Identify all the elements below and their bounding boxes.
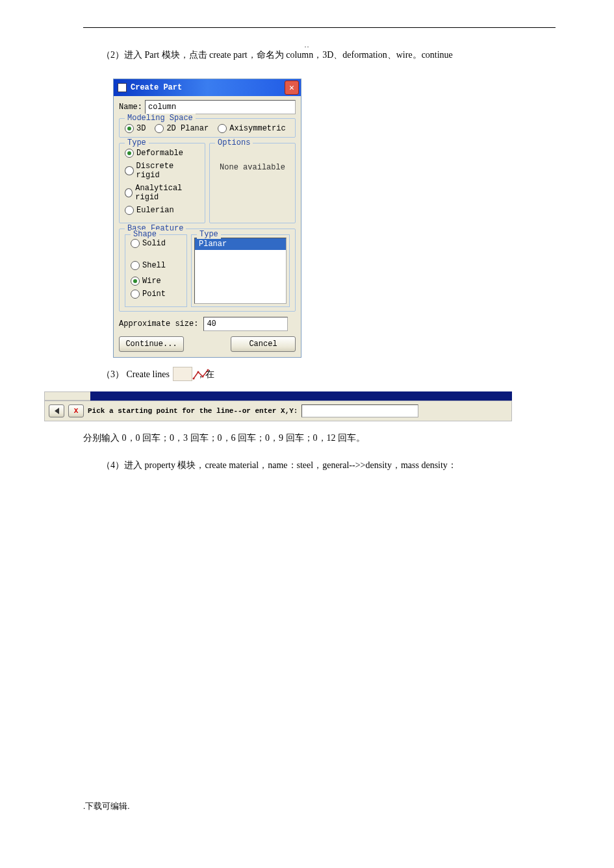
footer-editable: .下载可编辑. [83,800,130,812]
radio-dot-icon [125,206,134,215]
radio-dot-icon [125,149,134,158]
arrow-left-icon [55,408,59,414]
radio-shell[interactable]: Shell [131,261,166,270]
radio-dot-icon [125,124,134,133]
svg-point-0 [193,378,195,380]
name-label: Name: [119,103,142,112]
modeling-space-group: Modeling Space 3D 2D Planar Axisymmetric [119,118,296,138]
paragraph-4: （4）进入 property 模块，create material，name：s… [83,455,556,476]
paragraph-2: （2）进入 Part 模块，点击 create part，命名为 column，… [83,45,556,66]
dialog-titlebar[interactable]: Create Part ✕ [114,79,301,96]
cancel-x-button[interactable]: X [68,404,84,417]
header-dots: .. [305,40,310,50]
close-icon: ✕ [289,84,294,92]
radio-dot-icon [131,261,140,270]
paragraph-inputs: 分别输入 0，0 回车；0，3 回车；0，6 回车；0，9 回车；0，12 回车… [83,428,556,449]
xy-input[interactable] [301,404,418,417]
approx-size-label: Approximate size: [119,319,198,329]
bf-type-group: Type Planar [191,234,290,307]
create-part-dialog: Create Part ✕ Name: Modeling Space 3D [113,79,301,358]
radio-wire-label: Wire [142,277,161,286]
bf-type-legend: Type [197,230,221,239]
app-icon [118,83,127,92]
radio-deformable[interactable]: Deformable [125,149,199,158]
radio-analytical-rigid[interactable]: Analytical rigid [125,184,199,202]
radio-discrete-rigid[interactable]: Discrete rigid [125,162,199,180]
radio-dot-icon [125,188,133,197]
radio-deformable-label: Deformable [136,149,183,158]
continue-button[interactable]: Continue... [119,336,184,352]
approx-size-input[interactable] [203,317,288,331]
radio-3d-label: 3D [136,124,146,133]
radio-point-label: Point [142,290,166,299]
prompt-bar-wrap: X Pick a starting point for the line--or… [44,391,512,421]
radio-dot-icon [155,124,164,133]
radio-dot-icon [218,124,227,133]
modeling-space-legend: Modeling Space [125,114,196,123]
radio-axisymmetric[interactable]: Axisymmetric [218,124,285,133]
type-group: Type Deformable Discrete rigid Analytica… [119,143,205,223]
options-text: None available [215,149,290,172]
radio-axi-label: Axisymmetric [229,124,285,133]
radio-dot-icon [131,277,140,286]
back-button[interactable] [49,404,64,417]
radio-dot-icon [131,239,140,248]
base-feature-group: Base Feature Shape Solid Shell [119,229,296,312]
radio-solid[interactable]: Solid [131,239,181,248]
para3-before: （3） Create lines [101,369,172,379]
type-legend: Type [125,138,149,147]
bf-type-item-planar[interactable]: Planar [195,238,286,250]
radio-3d[interactable]: 3D [125,124,146,133]
radio-point[interactable]: Point [131,290,166,299]
radio-eulerian[interactable]: Eulerian [125,206,199,215]
header-rule [83,27,556,28]
paragraph-3: （3） Create lines ，在 [83,364,556,385]
radio-dot-icon [125,166,134,175]
prompt-spacer [44,391,90,401]
cancel-x-icon: X [74,407,79,415]
shape-legend: Shape [131,230,159,239]
radio-discrete-label: Discrete rigid [136,162,199,180]
radio-wire[interactable]: Wire [131,277,161,286]
close-button[interactable]: ✕ [285,81,299,95]
options-legend: Options [215,138,253,147]
prompt-text: Pick a starting point for the line--or e… [88,407,298,415]
dialog-title: Create Part [131,83,182,92]
radio-dot-icon [131,290,140,299]
options-group: Options None available [209,143,296,223]
name-input[interactable] [145,100,296,114]
para3-after: ，在 [196,369,214,379]
bf-type-list[interactable]: Planar [194,238,287,304]
radio-shell-label: Shell [142,261,166,270]
prompt-navy-strip [90,391,512,401]
radio-eulerian-label: Eulerian [136,206,174,215]
radio-2d-planar[interactable]: 2D Planar [155,124,209,133]
cancel-button[interactable]: Cancel [231,336,296,352]
shape-group: Shape Solid Shell [125,234,187,307]
radio-solid-label: Solid [142,239,166,248]
radio-analytical-label: Analytical rigid [135,184,199,202]
radio-2d-label: 2D Planar [166,124,209,133]
create-lines-icon [173,367,192,381]
